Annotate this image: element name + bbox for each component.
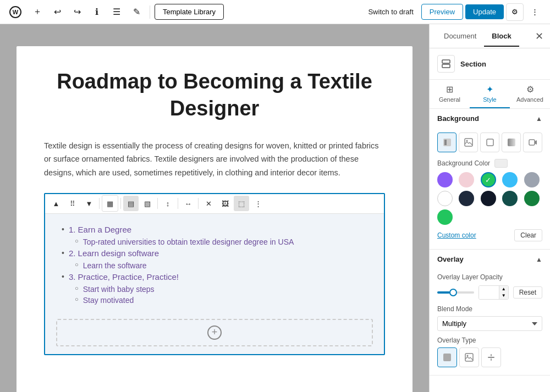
opacity-input[interactable]: [479, 286, 499, 299]
overlay-section-content: Overlay Layer Opacity ▲ ▼ Reset: [430, 269, 550, 375]
clear-button[interactable]: Clear: [514, 229, 542, 241]
switch-draft-button[interactable]: Switch to draft: [362, 4, 419, 19]
list-view-button[interactable]: ☰: [108, 3, 125, 21]
overlay-section-header[interactable]: Overlay ▲: [430, 250, 550, 269]
color-swatch-dark-blue[interactable]: [459, 191, 474, 206]
color-swatch-sky[interactable]: [502, 172, 518, 187]
section-icon: [437, 55, 455, 73]
block-drag[interactable]: ⠿: [65, 196, 80, 211]
add-block-icon[interactable]: +: [207, 325, 222, 340]
block-move-down[interactable]: ▼: [81, 196, 97, 211]
list-content: • 1. Earn a Degree ○ Top-rated universit…: [45, 214, 384, 312]
overlay-section: Overlay ▲ Overlay Layer Opacity ▲ ▼: [430, 250, 550, 376]
edit-button[interactable]: ✎: [128, 3, 145, 21]
bg-type-image-button[interactable]: [459, 132, 478, 152]
sub-text-1-1[interactable]: Top-rated universities to obtain textile…: [83, 238, 294, 246]
block-selected-button[interactable]: ⬚: [234, 196, 249, 211]
overlay-type-solid-button[interactable]: [437, 347, 457, 367]
svg-point-13: [467, 355, 469, 357]
bg-type-video-button[interactable]: [523, 132, 542, 152]
more-options-button[interactable]: ⋮: [526, 3, 543, 21]
sub-tab-general-label: General: [439, 96, 460, 103]
bullet-1: •: [62, 225, 64, 234]
color-swatch-pink[interactable]: [459, 172, 474, 187]
undo-button[interactable]: ↩: [48, 3, 66, 21]
redo-button[interactable]: ↪: [68, 3, 86, 21]
opacity-slider-track[interactable]: [437, 291, 474, 294]
opacity-spin-down[interactable]: ▼: [499, 292, 508, 299]
opacity-spin-up[interactable]: ▲: [499, 286, 508, 292]
preview-button[interactable]: Preview: [421, 4, 463, 20]
color-swatch-black[interactable]: [481, 191, 496, 206]
blend-mode-label: Blend Mode: [437, 305, 542, 313]
overlay-type-gradient-button[interactable]: [481, 347, 501, 367]
sub-tab-advanced-label: Advanced: [516, 96, 543, 103]
opacity-slider-thumb[interactable]: [449, 289, 457, 296]
list-main-text-3[interactable]: 3. Practice, Practice, Practice!: [69, 272, 179, 281]
panel-close-button[interactable]: ✕: [535, 31, 543, 41]
bg-color-label: Background Color: [437, 159, 542, 168]
style-icon: ✦: [486, 84, 493, 95]
page-title: Roadmap to Becoming a Textile Designer: [44, 68, 385, 123]
width-button[interactable]: ↔: [180, 196, 196, 211]
color-swatch-purple[interactable]: [437, 172, 453, 187]
bt-sep-1: [99, 198, 100, 209]
color-swatch-green[interactable]: [437, 209, 453, 225]
background-section-header[interactable]: Background ▲: [430, 109, 550, 128]
opacity-spinners: ▲ ▼: [499, 286, 508, 299]
vertical-align-button[interactable]: ↕: [160, 196, 175, 211]
color-swatch-white[interactable]: [437, 191, 453, 206]
tab-block[interactable]: Block: [484, 26, 519, 47]
clear-format-button[interactable]: ✕: [201, 196, 216, 211]
settings-button[interactable]: ⚙: [506, 3, 524, 21]
background-chevron-icon: ▲: [536, 115, 542, 123]
color-swatch-green-check[interactable]: ✓: [481, 172, 496, 187]
add-block-area[interactable]: +: [56, 319, 373, 346]
sub-text-3-1[interactable]: Start with baby steps: [83, 285, 155, 294]
svg-rect-6: [465, 139, 472, 146]
right-panel: Document Block ✕ Section ⊞ General ✦ Sty…: [429, 24, 550, 392]
main-toolbar: W ＋ ↩ ↪ ℹ ☰ ✎ Template Library Switch to…: [0, 0, 550, 24]
tab-document[interactable]: Document: [436, 26, 484, 47]
custom-color-link[interactable]: Custom color: [437, 231, 476, 239]
overlay-section-title: Overlay: [437, 255, 464, 263]
sub-bullet-1-1: ○: [75, 238, 79, 244]
more-block-options[interactable]: ⋮: [250, 196, 266, 211]
sub-item-1-1: ○ Top-rated universities to obtain texti…: [75, 238, 367, 246]
align-left-button[interactable]: ▤: [123, 196, 139, 211]
bg-type-border-button[interactable]: [480, 132, 499, 152]
bt-sep-4: [178, 198, 178, 209]
bg-color-swatch-toggle[interactable]: [494, 159, 508, 168]
grid-view-button[interactable]: ▦: [102, 196, 118, 211]
sub-item-3-1: ○ Start with baby steps: [75, 285, 367, 294]
sub-tab-general[interactable]: ⊞ General: [430, 80, 470, 108]
align-right-button[interactable]: ▧: [140, 196, 155, 211]
add-block-toolbar-button[interactable]: ＋: [29, 3, 46, 21]
list-item-2: • 2. Learn design software ○ Learn the s…: [62, 249, 367, 270]
overlay-type-row: [437, 347, 542, 367]
add-image-button[interactable]: 🖼: [217, 196, 233, 211]
block-move-up[interactable]: ▲: [48, 196, 64, 211]
reset-opacity-button[interactable]: Reset: [513, 286, 542, 299]
background-section: Background ▲: [430, 109, 550, 250]
svg-rect-11: [443, 354, 451, 361]
sub-tab-advanced[interactable]: ⚙ Advanced: [510, 80, 550, 108]
template-library-button[interactable]: Template Library: [155, 4, 224, 20]
info-button[interactable]: ℹ: [88, 3, 106, 21]
sub-tab-style[interactable]: ✦ Style: [470, 80, 510, 108]
sub-text-2-1[interactable]: Learn the software: [83, 261, 147, 270]
bg-type-color-button[interactable]: [437, 132, 457, 152]
bg-type-gradient-button[interactable]: [502, 132, 521, 152]
sub-item-3-2: ○ Stay motivated: [75, 296, 367, 305]
color-swatch-teal[interactable]: [502, 191, 518, 206]
editor-content: Roadmap to Becoming a Textile Designer T…: [16, 46, 413, 392]
overlay-type-image-button[interactable]: [459, 347, 479, 367]
sub-items-2: ○ Learn the software: [75, 261, 367, 270]
color-swatch-gray[interactable]: [524, 172, 540, 187]
color-swatch-dark-green[interactable]: [524, 191, 540, 206]
list-main-text-2[interactable]: 2. Learn design software: [69, 249, 159, 258]
list-main-text-1[interactable]: 1. Earn a Degree: [69, 225, 131, 234]
sub-text-3-2[interactable]: Stay motivated: [83, 296, 134, 305]
blend-mode-select[interactable]: Normal Multiply Screen Overlay Darken Li…: [437, 316, 542, 331]
update-button[interactable]: Update: [465, 4, 504, 19]
